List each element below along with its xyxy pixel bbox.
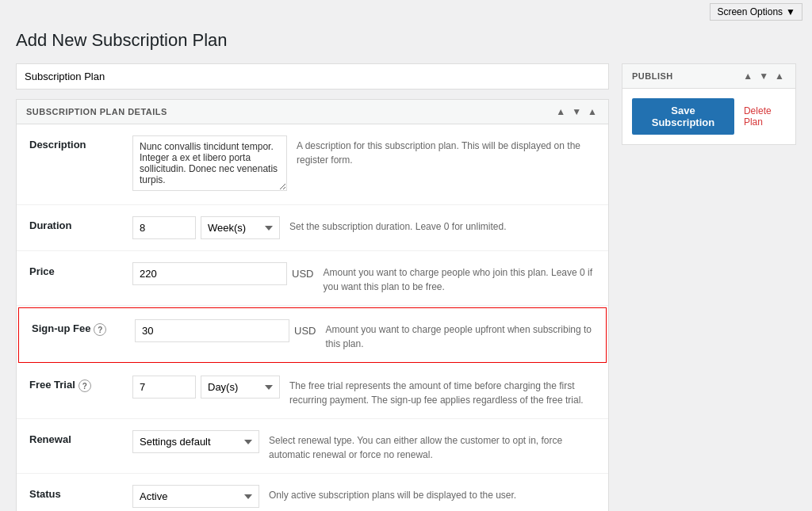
publish-toggle-btn[interactable]: ▲	[773, 71, 786, 82]
plan-name-input[interactable]	[16, 63, 609, 90]
duration-row: Duration Day(s) Week(s) Month(s) Year(s)	[17, 205, 608, 251]
signup-fee-input-group: USD	[135, 319, 316, 342]
details-body: Description Nunc convallis tincidunt tem…	[17, 124, 608, 511]
details-header-controls: ▲ ▼ ▲	[554, 106, 599, 117]
status-row: Status Active Inactive Only active subsc…	[17, 474, 608, 511]
right-panel: PUBLISH ▲ ▼ ▲ Save Subscription Delete P…	[622, 63, 796, 511]
top-bar: Screen Options ▼	[0, 0, 812, 24]
price-control: USD	[132, 262, 313, 285]
free-trial-row: Free Trial ? Day(s) Week(s) Month(s)	[17, 364, 608, 419]
signup-fee-currency: USD	[294, 325, 316, 337]
delete-plan-link[interactable]: Delete Plan	[744, 105, 786, 128]
description-label: Description	[29, 135, 132, 151]
free-trial-help-icon[interactable]: ?	[79, 379, 91, 392]
duration-input[interactable]	[132, 216, 196, 239]
save-subscription-button[interactable]: Save Subscription	[632, 98, 734, 135]
publish-body: Save Subscription Delete Plan	[622, 89, 795, 144]
free-trial-label: Free Trial ?	[29, 376, 132, 392]
details-collapse-down-btn[interactable]: ▼	[570, 106, 583, 117]
duration-input-group: Day(s) Week(s) Month(s) Year(s)	[132, 216, 280, 239]
publish-box: PUBLISH ▲ ▼ ▲ Save Subscription Delete P…	[622, 63, 796, 145]
description-hint: A description for this subscription plan…	[297, 135, 596, 167]
signup-fee-row: Sign-up Fee ? USD Amount you want to cha…	[18, 307, 607, 363]
free-trial-control: Day(s) Week(s) Month(s)	[132, 376, 280, 399]
duration-hint: Set the subscription duration. Leave 0 f…	[289, 216, 596, 234]
publish-collapse-up-btn[interactable]: ▲	[741, 71, 754, 82]
left-panel: SUBSCRIPTION PLAN DETAILS ▲ ▼ ▲ Descript…	[16, 63, 609, 511]
renewal-row: Renewal Settings default Auto renew Manu…	[17, 419, 608, 474]
price-currency: USD	[292, 268, 313, 280]
description-row: Description Nunc convallis tincidunt tem…	[17, 124, 608, 205]
details-collapse-up-btn[interactable]: ▲	[554, 106, 567, 117]
free-trial-input[interactable]	[132, 376, 196, 399]
status-control: Active Inactive	[132, 485, 259, 508]
chevron-down-icon: ▼	[786, 6, 795, 17]
page-title: Add New Subscription Plan	[0, 24, 812, 63]
publish-collapse-down-btn[interactable]: ▼	[757, 71, 770, 82]
details-header-label: SUBSCRIPTION PLAN DETAILS	[26, 107, 167, 116]
duration-unit-select[interactable]: Day(s) Week(s) Month(s) Year(s)	[201, 216, 280, 239]
price-input-group: USD	[132, 262, 313, 285]
description-textarea[interactable]: Nunc convallis tincidunt tempor. Integer…	[132, 135, 287, 191]
price-input[interactable]	[132, 262, 287, 285]
renewal-select[interactable]: Settings default Auto renew Manual renew…	[132, 430, 259, 453]
description-control: Nunc convallis tincidunt tempor. Integer…	[132, 135, 287, 193]
publish-header-label: PUBLISH	[632, 71, 673, 81]
renewal-hint: Select renewal type. You can either allo…	[269, 430, 596, 462]
price-row: Price USD Amount you want to charge peop…	[17, 251, 608, 306]
signup-fee-control: USD	[135, 319, 316, 342]
signup-fee-help-icon[interactable]: ?	[94, 323, 106, 336]
screen-options-label: Screen Options	[717, 6, 783, 17]
free-trial-hint: The free trial represents the amount of …	[289, 376, 596, 407]
renewal-control: Settings default Auto renew Manual renew…	[132, 430, 259, 453]
publish-header: PUBLISH ▲ ▼ ▲	[622, 64, 795, 89]
signup-fee-hint: Amount you want to charge people upfront…	[325, 319, 593, 351]
price-label: Price	[29, 262, 132, 277]
status-hint: Only active subscription plans will be d…	[269, 485, 596, 502]
duration-label: Duration	[29, 216, 132, 231]
screen-options-button[interactable]: Screen Options ▼	[710, 3, 802, 21]
status-label: Status	[29, 485, 132, 500]
price-hint: Amount you want to charge people who joi…	[323, 262, 596, 294]
details-header: SUBSCRIPTION PLAN DETAILS ▲ ▼ ▲	[17, 100, 608, 124]
renewal-label: Renewal	[29, 430, 132, 445]
free-trial-input-group: Day(s) Week(s) Month(s)	[132, 376, 280, 399]
publish-header-controls: ▲ ▼ ▲	[741, 71, 786, 82]
free-trial-unit-select[interactable]: Day(s) Week(s) Month(s)	[201, 376, 280, 399]
details-box: SUBSCRIPTION PLAN DETAILS ▲ ▼ ▲ Descript…	[16, 99, 609, 511]
duration-control: Day(s) Week(s) Month(s) Year(s)	[132, 216, 280, 239]
signup-fee-label: Sign-up Fee ?	[32, 319, 135, 336]
signup-fee-input[interactable]	[135, 319, 289, 342]
status-select[interactable]: Active Inactive	[132, 485, 259, 508]
details-toggle-btn[interactable]: ▲	[586, 106, 599, 117]
